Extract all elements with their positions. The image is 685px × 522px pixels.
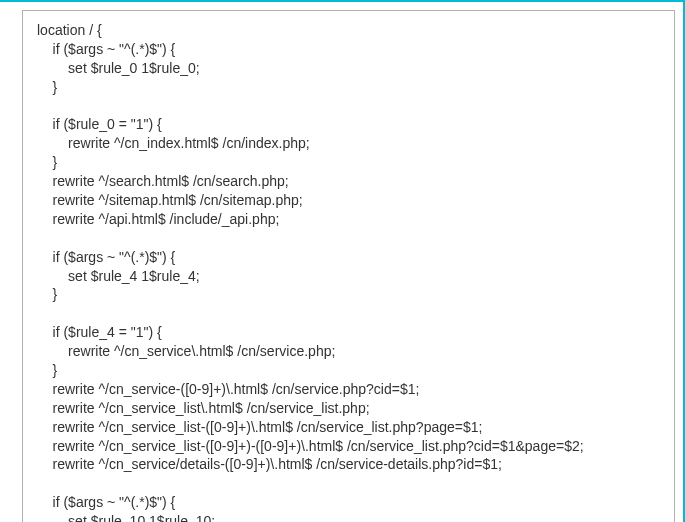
code-box: location / { if ($args ~ "^(.*)$") { set…	[22, 10, 675, 522]
outer-panel: location / { if ($args ~ "^(.*)$") { set…	[0, 0, 685, 522]
nginx-config-code: location / { if ($args ~ "^(.*)$") { set…	[37, 21, 660, 522]
